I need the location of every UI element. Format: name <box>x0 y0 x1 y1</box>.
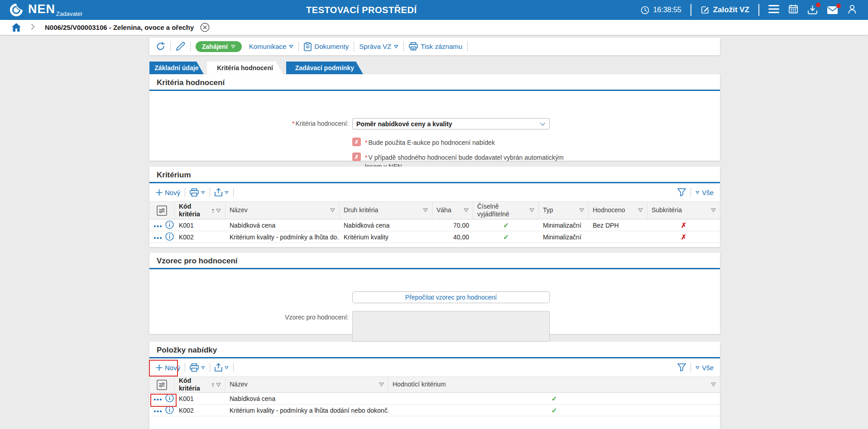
environment-title: TESTOVACÍ PROSTŘEDÍ <box>82 5 641 15</box>
vzorec-section-card: Vzorec pro hodnocení Přepočítat vzorec p… <box>149 253 720 334</box>
filter-caret-icon[interactable] <box>577 206 584 214</box>
tab-zadavaci-podminky[interactable]: Zadávací podmínky <box>286 62 363 74</box>
filter-caret-icon[interactable] <box>421 206 428 214</box>
row-menu-button[interactable] <box>153 234 162 241</box>
filter-caret-icon[interactable] <box>216 383 221 387</box>
column-header-subkriteria[interactable]: Subkritéria <box>647 202 720 219</box>
toolbar-divider <box>210 188 210 197</box>
sprava-vz-dropdown[interactable]: Správa VZ <box>359 43 398 50</box>
filter-caret-icon[interactable] <box>216 209 221 213</box>
home-button[interactable] <box>12 23 21 32</box>
column-header-name[interactable]: Název <box>225 202 340 219</box>
row-info-button[interactable] <box>165 405 174 415</box>
filter-caret-icon[interactable] <box>636 206 643 214</box>
plus-icon <box>156 364 163 371</box>
toolbar-divider <box>403 42 404 52</box>
menu-button[interactable] <box>768 5 779 15</box>
cell-vaha: 70,00 <box>432 222 473 229</box>
row-info-button[interactable] <box>165 220 174 230</box>
tab-zakladni-udaje[interactable]: Základní údaje <box>149 62 204 74</box>
breadcrumb-item[interactable]: N006/25/V00003106 - Zelenina, ovoce a oř… <box>45 24 194 31</box>
column-settings-header[interactable] <box>149 377 175 392</box>
tab-kriteria-hodnoceni[interactable]: Kritéria hodnocení <box>207 62 283 74</box>
export-dropdown[interactable] <box>215 363 229 372</box>
new-button[interactable]: Nový <box>156 364 180 372</box>
column-settings-header[interactable] <box>149 202 175 219</box>
check-icon: ✓ <box>503 233 509 241</box>
cell-druh: Kritérium kvality <box>340 234 432 241</box>
chevron-down-icon <box>695 366 700 369</box>
tisk-zaznamu-button[interactable]: Tisk záznamu <box>409 42 462 51</box>
column-header-hodnoceno[interactable]: Hodnoceno <box>589 202 647 219</box>
column-label: Druh kritéria <box>344 206 378 214</box>
column-header-typ[interactable]: Typ <box>539 202 589 219</box>
filter-caret-icon[interactable] <box>462 206 469 214</box>
row-menu-button[interactable] <box>153 395 162 402</box>
column-header-vaha[interactable]: Váha <box>432 202 473 219</box>
filter-caret-icon[interactable] <box>377 381 384 389</box>
breadcrumb-close-button[interactable] <box>200 23 210 32</box>
filter-button[interactable] <box>677 363 686 372</box>
export-dropdown[interactable] <box>215 188 229 197</box>
calendar-icon <box>788 4 798 14</box>
column-header-hodnotici[interactable]: Hodnotící kritérium <box>388 377 720 392</box>
column-header-code[interactable]: Kód kritéria↑ <box>175 202 225 219</box>
dokumenty-button[interactable]: Dokumenty <box>304 42 349 51</box>
section-title-polozky: Položky nabídky <box>149 342 720 358</box>
column-label: Subkritéria <box>652 206 682 214</box>
filter-caret-icon[interactable] <box>528 206 534 214</box>
column-label: Název <box>230 381 248 389</box>
calendar-button[interactable] <box>788 4 798 16</box>
polozky-grid-card: Položky nabídky Nový Vše Kód kritér <box>149 342 720 429</box>
column-label: Hodnotící kritérium <box>393 381 446 389</box>
inbox-button[interactable] <box>807 5 818 15</box>
nen-logo[interactable]: NENZadavatel <box>9 3 82 17</box>
table-row[interactable]: K001Nabídková cenaNabídková cena70,00✓Mi… <box>149 219 720 231</box>
nen-logo-icon <box>9 3 24 17</box>
table-row[interactable]: K001Nabídková cena✓ <box>149 393 720 405</box>
messages-button[interactable] <box>827 6 838 14</box>
column-header-ciselne[interactable]: Číselně vyjádřitelné <box>473 202 539 219</box>
row-menu-button[interactable] <box>153 222 162 229</box>
column-label: Hodnoceno <box>593 206 625 214</box>
profile-button[interactable] <box>847 4 857 16</box>
table-row[interactable]: K002Kritérium kvality - podmínky a lhůta… <box>149 231 720 243</box>
new-button[interactable]: Nový <box>156 189 180 196</box>
clock-display: 16:38:55 <box>641 6 681 14</box>
filter-caret-icon[interactable] <box>709 206 716 214</box>
row-menu-button[interactable] <box>153 407 162 414</box>
row-info-button[interactable] <box>165 232 174 242</box>
notification-dot <box>816 3 820 7</box>
cell-ciselne: ✓ <box>473 221 539 229</box>
row-info-button[interactable] <box>165 394 174 404</box>
recalculate-formula-button[interactable]: Přepočítat vzorec pro hodnocení <box>352 291 550 303</box>
table-row[interactable]: K002Kritérium kvality - podmínky a lhůta… <box>149 405 720 416</box>
filter-button[interactable] <box>677 188 686 196</box>
polozky-table: Kód kritéria↑NázevHodnotící kritériumK00… <box>149 377 720 416</box>
column-header-code[interactable]: Kód kritéria↑ <box>175 377 225 392</box>
create-vz-button[interactable]: Založit VZ <box>700 5 749 14</box>
check-icon: ✓ <box>551 406 557 415</box>
komunikace-dropdown[interactable]: Komunikace <box>249 43 294 50</box>
eaukce-flag[interactable]: ✗ *Bude použita E-aukce po hodnocení nab… <box>352 138 495 147</box>
criteria-select[interactable]: Poměr nabídkové ceny a kvality <box>352 118 550 129</box>
edit-button[interactable] <box>176 42 185 51</box>
filter-caret-icon[interactable] <box>328 206 335 214</box>
refresh-button[interactable] <box>156 42 165 51</box>
sort-asc-icon[interactable]: ↑ <box>211 381 215 389</box>
show-all-dropdown[interactable]: Vše <box>695 364 714 372</box>
print-dropdown[interactable] <box>190 188 205 197</box>
show-all-dropdown[interactable]: Vše <box>695 189 714 196</box>
clock-icon <box>641 6 649 14</box>
formula-textarea[interactable] <box>352 311 550 342</box>
section-title-kriterium: Kritérium <box>149 167 720 183</box>
column-header-name[interactable]: Název <box>225 377 388 392</box>
toolbar-divider <box>233 188 234 197</box>
status-dropdown[interactable]: Zahájení <box>196 41 242 52</box>
filter-caret-icon[interactable] <box>709 381 716 389</box>
print-dropdown[interactable] <box>190 363 205 372</box>
edit-square-icon <box>700 5 710 14</box>
cell-code: K001 <box>175 395 225 402</box>
sort-asc-icon[interactable]: ↑ <box>211 206 215 215</box>
column-header-druh[interactable]: Druh kritéria <box>340 202 432 219</box>
